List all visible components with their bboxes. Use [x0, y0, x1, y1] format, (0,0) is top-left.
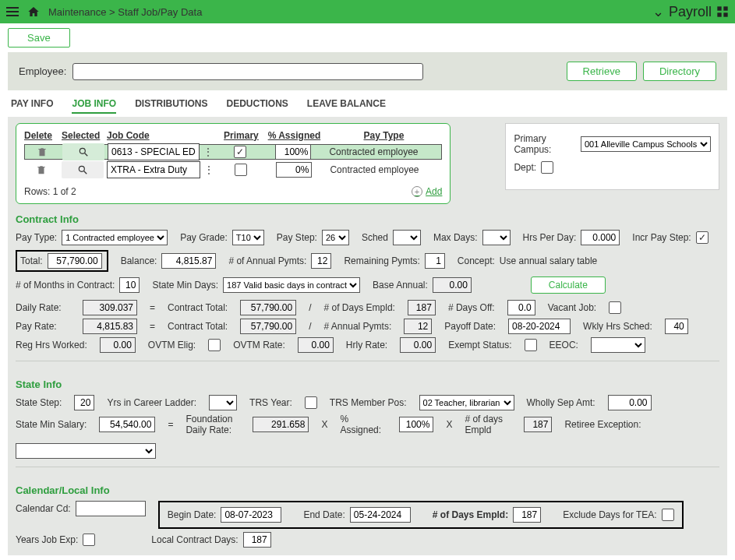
job-row: ⋮ Contracted employee [24, 144, 442, 160]
retiree-label: Retiree Exception: [564, 419, 641, 430]
statemindays-select[interactable]: 187 Valid basic days in contract [223, 277, 360, 293]
annualpymts2-input [404, 319, 432, 334]
employee-input[interactable] [72, 63, 423, 80]
primary-checkbox[interactable] [234, 146, 246, 158]
trsyear-label: TRS Year: [249, 397, 292, 408]
remainpymts-input[interactable] [425, 253, 445, 269]
ovtmelig-checkbox[interactable] [208, 339, 221, 351]
tab-pay-info[interactable]: PAY INFO [11, 98, 53, 114]
concept-text: Use annual salary table [500, 255, 597, 266]
annualpymts-input[interactable] [311, 253, 331, 269]
tab-deductions[interactable]: DEDUCTIONS [226, 98, 288, 114]
wklyhrs-label: Wkly Hrs Sched: [583, 321, 652, 332]
balance-input[interactable] [161, 253, 216, 269]
dept-checkbox[interactable] [541, 161, 553, 174]
select-row-icon[interactable] [62, 143, 104, 160]
stateminsal-label: State Min Salary: [16, 419, 87, 430]
col-delete: Delete [24, 130, 58, 141]
yearsexp-checkbox[interactable] [83, 534, 95, 546]
exclude-checkbox[interactable] [662, 509, 674, 521]
careerladder-select[interactable] [209, 395, 237, 410]
payoff-input[interactable] [508, 319, 571, 334]
localdays-input[interactable] [243, 532, 271, 548]
col-paytype[interactable]: Pay Type [325, 130, 442, 141]
job-code-input[interactable] [108, 143, 200, 160]
end-date-input[interactable] [350, 507, 411, 523]
menu-icon[interactable] [6, 5, 19, 19]
begin-label: Begin Date: [168, 509, 217, 520]
svg-point-6 [79, 166, 84, 171]
paytype-cell: Contracted employee [325, 164, 442, 175]
paytype-select[interactable]: 1 Contracted employee [62, 230, 168, 245]
primary-campus-label: Primary Campus: [514, 133, 576, 155]
hrsperday-input[interactable] [581, 230, 620, 245]
delete-row-icon[interactable] [25, 146, 59, 157]
tab-job-info[interactable]: JOB INFO [72, 98, 116, 114]
tab-distributions[interactable]: DISTRIBUTIONS [135, 98, 207, 114]
eq-sign: = [150, 302, 155, 313]
maxdays-select[interactable] [482, 230, 511, 245]
job-code-options-icon[interactable]: ⋮ [202, 164, 216, 176]
retiree-select[interactable] [16, 443, 156, 459]
delete-row-icon[interactable] [24, 164, 58, 175]
svg-rect-3 [723, 12, 727, 16]
date-range-highlight: Begin Date: End Date: # of Days Empld: E… [158, 501, 684, 529]
dept-label: Dept: [514, 162, 536, 173]
pctassigned-label: % Assigned: [340, 414, 387, 435]
primary-campus-select[interactable]: 001 Alleville Campus Schools [581, 136, 711, 152]
total-input[interactable] [48, 253, 102, 269]
daysoff-input[interactable] [507, 300, 535, 315]
reghrs-input [100, 337, 136, 353]
localdays-label: Local Contract Days: [151, 534, 238, 545]
pctassigned-input[interactable] [399, 417, 433, 432]
retrieve-button[interactable]: Retrieve [567, 62, 637, 81]
col-jobcode[interactable]: Job Code [107, 130, 216, 141]
paystep-select[interactable]: 26 [322, 230, 349, 245]
trsyear-checkbox[interactable] [305, 396, 317, 409]
stateminsal-input[interactable] [99, 417, 155, 432]
tab-leave-balance[interactable]: LEAVE BALANCE [307, 98, 386, 114]
begin-date-input[interactable] [221, 507, 281, 523]
whollysep-input[interactable] [608, 395, 652, 410]
chevron-down-icon[interactable]: ⌄ [652, 3, 664, 20]
home-icon[interactable] [27, 5, 41, 18]
job-code-options-icon[interactable]: ⋮ [201, 146, 215, 158]
statestep-input[interactable] [74, 395, 94, 410]
save-button[interactable]: Save [8, 28, 70, 48]
job-code-input[interactable] [107, 161, 200, 178]
assigned-input[interactable] [275, 144, 311, 160]
wklyhrs-input[interactable] [665, 319, 688, 334]
trsmember-select[interactable]: 02 Teacher, librarian [419, 395, 514, 410]
vacant-label: Vacant Job: [548, 302, 596, 313]
svg-rect-1 [723, 6, 727, 10]
annualpymts2-label: # Annual Pymts: [324, 321, 392, 332]
calculate-button[interactable]: Calculate [531, 276, 606, 294]
eeoc-select[interactable] [591, 337, 645, 353]
primary-checkbox[interactable] [235, 164, 247, 176]
calcd-input[interactable] [76, 501, 146, 516]
exempt-checkbox[interactable] [525, 339, 537, 351]
yearsexp-label: Years Job Exp: [16, 534, 78, 545]
col-assigned[interactable]: % Assigned [266, 130, 322, 141]
grid-icon[interactable] [716, 5, 729, 18]
svg-rect-2 [717, 12, 721, 16]
vacant-checkbox[interactable] [609, 301, 621, 314]
col-primary[interactable]: Primary [219, 130, 263, 141]
module-title: Payroll [669, 4, 712, 20]
top-bar: Maintenance > Staff Job/Pay Data ⌄ Payro… [0, 0, 735, 23]
x-sign: X [321, 419, 327, 430]
select-row-icon[interactable] [62, 161, 104, 178]
breadcrumb: Maintenance > Staff Job/Pay Data [48, 6, 202, 18]
reghrs-label: Reg Hrs Worked: [16, 340, 87, 350]
cal-daysempld-input[interactable] [513, 507, 541, 523]
contracttotal2-label: Contract Total: [168, 321, 228, 332]
add-row-link[interactable]: + Add [412, 186, 442, 197]
directory-button[interactable]: Directory [643, 62, 716, 81]
incrpaystep-checkbox[interactable] [696, 231, 708, 244]
months-input[interactable] [119, 277, 140, 293]
assigned-input[interactable] [276, 162, 312, 178]
paygrade-select[interactable]: T10 [232, 230, 264, 245]
sched-select[interactable] [393, 230, 421, 245]
job-row: ⋮ Contracted employee [24, 160, 442, 180]
remainpymts-label: Remaining Pymts: [344, 255, 419, 266]
